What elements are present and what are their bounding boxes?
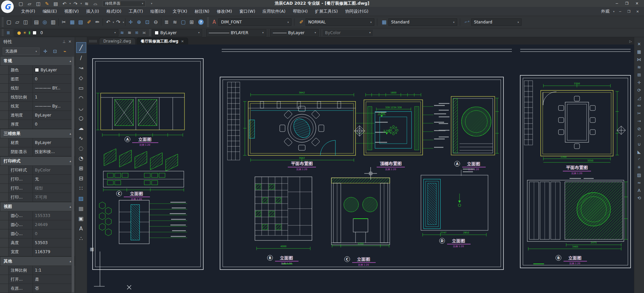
appearance-menu[interactable]: 外观 — [600, 8, 610, 15]
section-3d[interactable]: 三维效果▴ — [0, 129, 75, 138]
offset-icon[interactable]: ≋ — [635, 64, 643, 70]
move-icon[interactable]: ✛ — [635, 79, 643, 86]
doc-minimize-button[interactable]: ─ — [617, 9, 623, 14]
layer-stack-icon[interactable]: ≋ — [83, 0, 91, 7]
quick-select-icon[interactable]: ⊡ — [51, 48, 59, 55]
rotate-icon[interactable]: ⟳ — [635, 87, 643, 93]
tabbar-grip[interactable] — [89, 40, 97, 43]
undo-dropdown-icon[interactable]: ▾ — [69, 2, 71, 5]
redo-dropdown-icon[interactable]: ▾ — [80, 2, 82, 5]
explode-icon[interactable]: ✳ — [635, 164, 643, 170]
ellipse-icon[interactable]: ◌ — [76, 143, 86, 153]
restore-button[interactable]: ❐ — [623, 1, 631, 7]
mirror-icon[interactable]: ⋈ — [635, 56, 643, 63]
toolbar-grip[interactable] — [149, 29, 151, 36]
new-icon[interactable]: ▢ — [5, 18, 13, 26]
section-general[interactable]: 常规▴ — [0, 56, 75, 66]
layer-on-icon[interactable]: ● — [17, 30, 21, 35]
panel-close-icon[interactable]: ✕ — [68, 40, 71, 44]
chamfer-icon[interactable]: ◣ — [635, 148, 643, 155]
workspace-combo[interactable]: 传统界面▾ — [103, 1, 146, 7]
mleader-style-combo[interactable]: Standard▾ — [471, 18, 522, 26]
layer-combo[interactable]: ● ☀ ▮ 0 ▾ — [14, 29, 118, 36]
update-icon[interactable]: ⟲ — [635, 195, 643, 201]
copy-icon[interactable]: ▦ — [68, 18, 76, 26]
spline-icon[interactable]: ∿ — [76, 133, 86, 143]
zoom-previous-icon[interactable]: ⊖ — [152, 18, 160, 26]
polyline-edit-icon[interactable]: ≈ — [635, 179, 643, 186]
select-object-icon[interactable]: ✛ — [41, 48, 49, 55]
text-style-combo[interactable]: DIM_FONT▾ — [218, 18, 291, 26]
copy-icon[interactable]: ▦ — [635, 48, 643, 55]
save-as-button[interactable]: ✎ — [43, 0, 51, 7]
save-icon[interactable]: ◫ — [21, 18, 30, 26]
zoom-realtime-icon[interactable]: ⊕ — [135, 18, 143, 26]
menu-tools[interactable]: 工具(T) — [125, 7, 147, 16]
cut-icon[interactable]: ✂ — [60, 18, 68, 26]
gradient-icon[interactable]: ▩ — [76, 203, 86, 213]
print-icon[interactable]: ▤ — [32, 18, 41, 26]
menu-insert[interactable]: 插入(I) — [83, 7, 103, 16]
menu-modify[interactable]: 修改(M) — [213, 7, 236, 16]
match-properties-icon[interactable]: ✐ — [85, 18, 93, 26]
dim-style-combo[interactable]: NORMAL▾ — [306, 18, 374, 26]
minimize-button[interactable]: ─ — [612, 1, 621, 7]
polyline-icon[interactable]: ↝ — [76, 63, 86, 73]
tab-drawing2[interactable]: Drawing2.dwg — [99, 38, 136, 45]
display-order-icon[interactable]: ▢ — [179, 18, 187, 26]
print-preview-icon[interactable]: ◎ — [41, 18, 49, 26]
section-view[interactable]: 视图▴ — [0, 202, 75, 211]
print-button[interactable]: ▤ — [52, 0, 60, 7]
menu-window[interactable]: 窗口(W) — [236, 7, 259, 16]
tab-active-document[interactable]: 餐厅装修施工图.dwg✕ — [137, 38, 188, 45]
arc-icon[interactable]: ◠ — [76, 93, 86, 103]
menu-text[interactable]: 文字(X) — [169, 7, 191, 16]
toolbar-grip[interactable] — [2, 29, 4, 36]
divide-icon[interactable]: ∴ — [76, 233, 86, 243]
redo-list-icon[interactable]: ▾ — [123, 21, 124, 24]
break-icon[interactable]: ◠ — [635, 133, 643, 140]
array-icon[interactable]: ⊞ — [635, 71, 643, 78]
menu-dimension[interactable]: 标注(N) — [191, 7, 213, 16]
construction-line-icon[interactable]: ∕ — [76, 53, 86, 63]
redo-button[interactable]: ↷ — [71, 0, 79, 7]
redo-icon[interactable]: ↷ — [114, 18, 122, 26]
drawing-canvas[interactable]: A 立面图 比例 1:20 — [87, 45, 634, 293]
line-tool-icon[interactable]: ╱ — [76, 43, 86, 53]
undo-icon[interactable]: ↶ — [104, 18, 112, 26]
panel-pin-icon[interactable]: ⊥ — [62, 40, 66, 44]
table-style-combo[interactable]: Standard▾ — [388, 18, 457, 26]
open-icon[interactable]: ▱ — [13, 18, 21, 26]
region-icon[interactable]: ▣ — [76, 213, 86, 223]
help-icon[interactable]: ? — [198, 19, 204, 25]
toggle-pickadd-icon[interactable]: ⌁ — [61, 48, 69, 55]
layer-unlock-icon[interactable]: ▮ — [29, 30, 31, 35]
doc-restore-button[interactable]: ❐ — [626, 9, 632, 14]
linetype-combo[interactable]: ——————BYLAYER▾ — [206, 29, 266, 36]
menu-file[interactable]: 文件(F) — [17, 7, 39, 16]
ellipse-arc-icon[interactable]: ◔ — [76, 153, 86, 163]
lineweight-combo[interactable]: ————ByLayer▾ — [270, 29, 319, 36]
toolbar-grip[interactable] — [207, 17, 209, 27]
new-button[interactable]: ▢ — [17, 0, 25, 7]
make-object-layer-current-icon[interactable]: ≋ — [118, 29, 126, 36]
tab-scroll-right-icon[interactable]: ▷ — [627, 40, 634, 45]
open-button[interactable]: ▱ — [25, 0, 34, 7]
layer-thaw-icon[interactable]: ☀ — [23, 30, 26, 35]
section-plot-style[interactable]: 打印样式▴ — [0, 156, 75, 166]
break-at-point-icon[interactable]: ⊘ — [635, 125, 643, 132]
section-misc[interactable]: 其他▴ — [0, 257, 75, 266]
insert-block-icon[interactable]: ⊞ — [76, 163, 86, 173]
plot-icon[interactable]: ▥ — [49, 18, 57, 26]
menu-view[interactable]: 视图(V) — [61, 7, 83, 16]
close-button[interactable]: ✕ — [633, 1, 641, 7]
panel-scrollbar[interactable] — [71, 56, 74, 293]
table-style-icon[interactable]: ▦ — [380, 18, 388, 26]
scale-icon[interactable]: ◿ — [635, 94, 643, 101]
save-button[interactable]: ◫ — [34, 0, 42, 7]
layer-properties-icon[interactable]: ≣ — [5, 29, 12, 36]
hatch-edit-icon[interactable]: ▨ — [635, 171, 643, 178]
doc-close-button[interactable]: ✕ — [635, 9, 641, 14]
menu-application[interactable]: 应用软件(A) — [259, 7, 289, 16]
paste-icon[interactable]: ▧ — [76, 18, 85, 26]
